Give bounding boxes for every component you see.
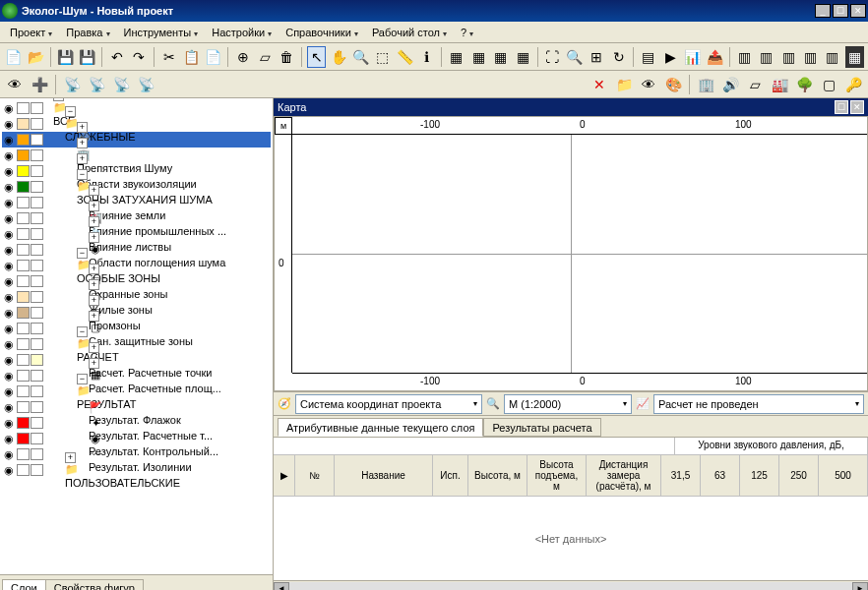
panel4-icon[interactable]: ▥ xyxy=(801,46,820,68)
menu-references[interactable]: Справочники ▾ xyxy=(279,25,364,40)
expand-icon[interactable]: + xyxy=(77,153,88,164)
select-rect-icon[interactable]: ⬚ xyxy=(373,46,392,68)
tab-props[interactable]: Свойства фигур xyxy=(45,579,144,590)
tree-item-17[interactable]: +▦Расчет. Расчетные площ... xyxy=(2,368,271,384)
eye-icon[interactable] xyxy=(2,117,16,131)
paste-icon[interactable]: 📄 xyxy=(204,46,222,68)
zoom-in-icon[interactable]: 🔍 xyxy=(565,46,584,68)
layer3-icon[interactable]: ▦ xyxy=(491,46,510,68)
redo-icon[interactable]: ↷ xyxy=(130,46,149,68)
add-point-icon[interactable]: ⊕ xyxy=(233,46,252,68)
hand-icon[interactable]: ✋ xyxy=(329,46,347,68)
tool-a-icon[interactable]: ✕ xyxy=(589,74,610,95)
scale-combo[interactable]: М (1:2000)▾ xyxy=(504,394,632,414)
pointer-icon[interactable]: ↖ xyxy=(307,46,326,68)
maximize-button[interactable]: ☐ xyxy=(833,4,848,18)
eye-icon[interactable] xyxy=(2,196,16,209)
expand-icon[interactable]: + xyxy=(89,185,99,196)
fit-icon[interactable]: ⛶ xyxy=(543,46,562,68)
map-max-icon[interactable]: ☐ xyxy=(835,100,848,114)
copy-icon[interactable]: 📋 xyxy=(181,46,200,68)
obj7-icon[interactable]: 🔑 xyxy=(842,74,864,95)
menu-tools[interactable]: Инструменты ▾ xyxy=(118,25,205,40)
info-icon[interactable]: ℹ xyxy=(417,46,436,68)
eye-icon[interactable] xyxy=(2,227,16,241)
expand-icon[interactable]: − xyxy=(77,326,88,337)
measure-icon[interactable]: 📏 xyxy=(396,46,414,68)
eye-icon[interactable] xyxy=(2,463,16,477)
cut-icon[interactable]: ✂ xyxy=(159,46,178,68)
tool-b-icon[interactable]: 📁 xyxy=(613,74,635,95)
expand-icon[interactable]: + xyxy=(89,279,99,290)
obj2-icon[interactable]: 🔊 xyxy=(719,74,741,95)
report-icon[interactable]: 📊 xyxy=(683,46,702,68)
eye-icon[interactable] xyxy=(2,384,16,398)
calc-icon[interactable]: ▤ xyxy=(639,46,657,68)
panel3-icon[interactable]: ▥ xyxy=(778,46,797,68)
radio3-icon[interactable]: 📡 xyxy=(110,74,132,95)
eye-icon[interactable] xyxy=(2,133,16,147)
eye-icon[interactable] xyxy=(2,148,16,162)
expand-icon[interactable]: + xyxy=(89,232,99,243)
eye-icon[interactable] xyxy=(2,243,16,257)
layer-add-icon[interactable]: ➕ xyxy=(29,74,50,95)
obj6-icon[interactable]: ▢ xyxy=(818,74,839,95)
delete-icon[interactable]: 🗑 xyxy=(278,46,296,68)
obj4-icon[interactable]: 🏭 xyxy=(769,74,790,95)
run-icon[interactable]: ▶ xyxy=(661,46,680,68)
expand-icon[interactable]: + xyxy=(77,138,88,148)
eye-icon[interactable] xyxy=(2,353,16,367)
eye-icon[interactable] xyxy=(2,400,16,414)
scroll-right-icon[interactable]: ► xyxy=(852,582,868,591)
tool-d-icon[interactable]: 🎨 xyxy=(662,74,684,95)
expand-icon[interactable]: + xyxy=(89,264,99,274)
eye-icon[interactable] xyxy=(2,274,16,288)
export-icon[interactable]: 📤 xyxy=(705,46,723,68)
h-scrollbar[interactable]: ◄ ► xyxy=(274,580,868,590)
eye-icon[interactable] xyxy=(2,164,16,178)
menu-workspace[interactable]: Рабочий стол ▾ xyxy=(366,25,453,40)
tab-results[interactable]: Результаты расчета xyxy=(483,418,600,437)
layer2-icon[interactable]: ▦ xyxy=(469,46,488,68)
tree-item-0[interactable]: −📁ВСЕ xyxy=(2,100,271,116)
new-icon[interactable]: 📄 xyxy=(4,46,23,68)
expand-icon[interactable]: − xyxy=(65,106,76,117)
panel-icon[interactable]: ▥ xyxy=(735,46,754,68)
eye-icon[interactable] xyxy=(2,322,16,335)
open-icon[interactable]: 📂 xyxy=(26,46,44,68)
obj1-icon[interactable]: 🏢 xyxy=(695,74,716,95)
eye-icon[interactable] xyxy=(2,290,16,304)
tree-item-23[interactable]: +📁ПОЛЬЗОВАТЕЛЬСКИЕ xyxy=(2,462,271,478)
tab-attributes[interactable]: Атрибутивные данные текущего слоя xyxy=(278,418,483,437)
scroll-left-icon[interactable]: ◄ xyxy=(274,582,289,591)
expand-icon[interactable]: − xyxy=(77,169,88,180)
save-as-icon[interactable]: 💾 xyxy=(78,46,96,68)
eye-icon[interactable] xyxy=(2,211,16,225)
eye-icon[interactable] xyxy=(2,416,16,430)
menu-project[interactable]: Проект ▾ xyxy=(4,25,58,40)
radio2-icon[interactable]: 📡 xyxy=(86,74,107,95)
rotate-icon[interactable]: ↻ xyxy=(609,46,628,68)
expand-icon[interactable]: − xyxy=(77,374,88,384)
radio4-icon[interactable]: 📡 xyxy=(135,74,156,95)
zoom-icon[interactable]: 🔍 xyxy=(351,46,370,68)
layer4-icon[interactable]: ▦ xyxy=(513,46,531,68)
map-close-icon[interactable]: ✕ xyxy=(850,100,864,114)
expand-icon[interactable]: + xyxy=(89,342,99,353)
expand-icon[interactable]: + xyxy=(89,358,99,369)
eye-icon[interactable] xyxy=(2,432,16,445)
save-icon[interactable]: 💾 xyxy=(56,46,75,68)
menu-edit[interactable]: Правка ▾ xyxy=(60,25,115,40)
eye-icon[interactable] xyxy=(2,259,16,272)
tool-c-icon[interactable]: 👁 xyxy=(638,74,659,95)
menu-settings[interactable]: Настройки ▾ xyxy=(206,25,278,40)
expand-icon[interactable]: + xyxy=(89,201,99,211)
expand-icon[interactable]: + xyxy=(77,122,88,133)
expand-icon[interactable]: + xyxy=(89,311,99,322)
calc-status-combo[interactable]: Расчет не проведен▾ xyxy=(653,394,864,414)
eye-icon[interactable] xyxy=(2,306,16,320)
close-button[interactable]: ✕ xyxy=(850,4,866,18)
eye-icon[interactable] xyxy=(2,447,16,461)
tree-item-14[interactable]: +▢Сан. защитные зоны xyxy=(2,321,271,336)
coord-system-combo[interactable]: Система координат проекта▾ xyxy=(295,394,482,414)
